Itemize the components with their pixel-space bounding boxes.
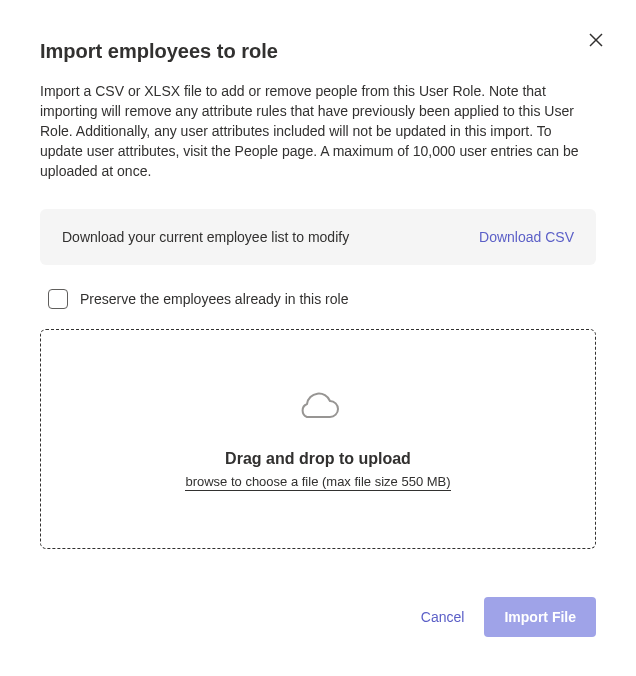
preserve-checkbox-label: Preserve the employees already in this r…	[80, 291, 348, 307]
download-panel: Download your current employee list to m…	[40, 209, 596, 265]
preserve-checkbox-row: Preserve the employees already in this r…	[40, 289, 596, 309]
dropzone-title: Drag and drop to upload	[225, 450, 411, 468]
dialog-title: Import employees to role	[40, 40, 596, 63]
import-file-button[interactable]: Import File	[484, 597, 596, 637]
cloud-upload-icon	[297, 388, 339, 430]
cancel-button[interactable]: Cancel	[421, 609, 465, 625]
download-csv-link[interactable]: Download CSV	[479, 229, 574, 245]
close-button[interactable]	[584, 28, 608, 52]
dropzone-browse-link[interactable]: browse to choose a file (max file size 5…	[185, 474, 450, 491]
close-icon	[589, 33, 603, 47]
import-employees-dialog: Import employees to role Import a CSV or…	[0, 0, 636, 667]
dialog-footer: Cancel Import File	[40, 597, 596, 637]
dialog-description: Import a CSV or XLSX file to add or remo…	[40, 81, 596, 181]
file-dropzone[interactable]: Drag and drop to upload browse to choose…	[40, 329, 596, 549]
download-panel-text: Download your current employee list to m…	[62, 229, 349, 245]
preserve-checkbox[interactable]	[48, 289, 68, 309]
